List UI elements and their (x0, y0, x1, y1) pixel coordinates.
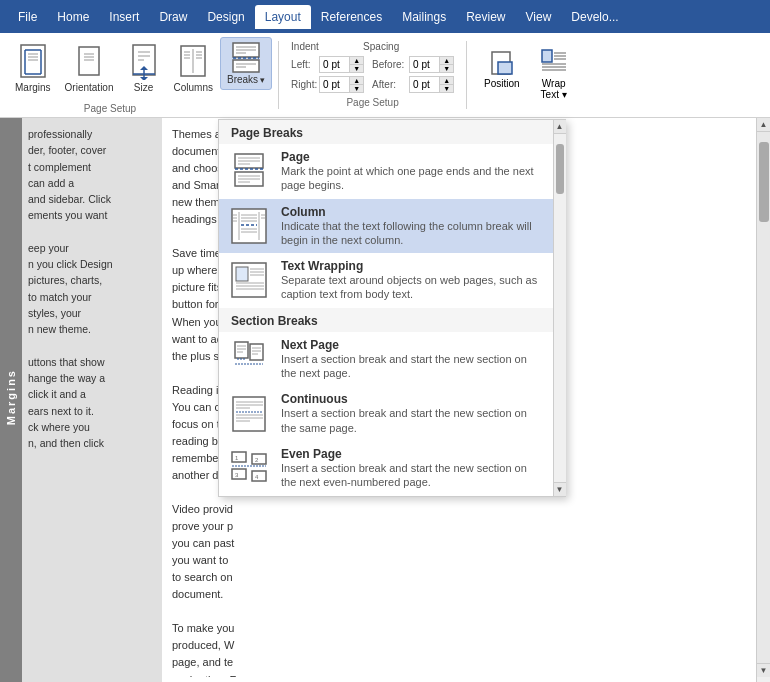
spacing-after-down[interactable]: ▼ (439, 85, 453, 92)
position-icon (486, 46, 518, 78)
menu-design[interactable]: Design (197, 5, 254, 29)
orientation-label: Orientation (65, 82, 114, 93)
break-evenpage-desc: Insert a section break and start the new… (281, 461, 541, 490)
break-nextpage-name: Next Page (281, 338, 541, 352)
break-evenpage-item[interactable]: 1 2 3 4 Even Page Insert a section break… (219, 441, 553, 496)
break-textwrap-icon (227, 260, 271, 300)
breaks-icon (230, 42, 262, 74)
spacing-after-up[interactable]: ▲ (439, 77, 453, 85)
break-nextpage-item[interactable]: Next Page Insert a section break and sta… (219, 332, 553, 387)
menu-view[interactable]: View (516, 5, 562, 29)
wrap-text-button[interactable]: Wrap Text ▾ (531, 41, 577, 105)
indent-right-input[interactable]: 0 pt ▲ ▼ (319, 76, 364, 93)
svg-rect-76 (235, 342, 248, 358)
size-icon (128, 42, 160, 82)
menu-develop[interactable]: Develo... (561, 5, 628, 29)
spacing-before-up[interactable]: ▲ (439, 57, 453, 65)
break-page-item[interactable]: Page Mark the point at which one page en… (219, 144, 553, 199)
orientation-icon (73, 42, 105, 82)
doc-scroll-track (757, 132, 771, 663)
indent-right-down[interactable]: ▼ (349, 85, 363, 92)
menu-insert[interactable]: Insert (99, 5, 149, 29)
break-textwrap-text: Text Wrapping Separate text around objec… (281, 259, 541, 302)
break-continuous-name: Continuous (281, 392, 541, 406)
ribbon: Margins Orientation (0, 33, 770, 118)
menu-layout[interactable]: Layout (255, 5, 311, 29)
columns-button[interactable]: Columns (167, 37, 220, 98)
bottom-doc-text[interactable]: reading before you reach the end, Wordre… (162, 677, 756, 682)
size-button[interactable]: Size (121, 37, 167, 98)
position-button[interactable]: Position (477, 41, 527, 105)
break-column-item[interactable]: Column Indicate that the text following … (219, 199, 553, 254)
scroll-down-arrow[interactable]: ▼ (554, 482, 566, 496)
bottom-text-area: reading before you reach the end, Wordre… (0, 677, 770, 682)
svg-marker-19 (140, 77, 148, 80)
menu-references[interactable]: References (311, 5, 392, 29)
indent-left-input[interactable]: 0 pt ▲ ▼ (319, 56, 364, 73)
break-continuous-icon (227, 394, 271, 434)
orientation-button[interactable]: Orientation (58, 37, 121, 98)
break-evenpage-icon: 1 2 3 4 (227, 448, 271, 488)
margins-button[interactable]: Margins (8, 37, 58, 98)
dropdown-scrollbar[interactable]: ▲ ▼ (553, 120, 565, 496)
doc-scrollbar[interactable]: ▲ ▼ (756, 118, 770, 677)
spacing-after-input[interactable]: 0 pt ▲ ▼ (409, 76, 454, 93)
menu-mailings[interactable]: Mailings (392, 5, 456, 29)
left-text-panel: professionallyder, footer, covert comple… (22, 118, 162, 677)
page-breaks-section: Page Breaks (219, 120, 565, 144)
svg-rect-33 (233, 60, 259, 72)
break-column-text: Column Indicate that the text following … (281, 205, 541, 248)
svg-rect-8 (79, 47, 99, 75)
indent-spacing-group: Indent Spacing Left: 0 pt ▲ ▼ (285, 37, 460, 112)
break-page-desc: Mark the point at which one page ends an… (281, 164, 541, 193)
menu-home[interactable]: Home (47, 5, 99, 29)
left-text-content: professionallyder, footer, covert comple… (28, 126, 156, 451)
break-textwrap-item[interactable]: Text Wrapping Separate text around objec… (219, 253, 553, 308)
margins-label: Margins (15, 82, 51, 93)
position-label: Position (484, 78, 520, 89)
break-nextpage-text: Next Page Insert a section break and sta… (281, 338, 541, 381)
menu-draw[interactable]: Draw (149, 5, 197, 29)
break-nextpage-icon (227, 339, 271, 379)
page-breaks-title: Page Breaks (231, 126, 303, 140)
wrap-text-icon (538, 46, 570, 78)
columns-label: Columns (174, 82, 213, 93)
wrap-text-label2: Text ▾ (541, 89, 567, 100)
size-label: Size (134, 82, 153, 93)
breaks-label: Breaks (227, 74, 258, 85)
break-continuous-desc: Insert a section break and start the new… (281, 406, 541, 435)
spacing-before-label: Before: (372, 59, 406, 70)
doc-scroll-up[interactable]: ▲ (757, 118, 771, 132)
page-setup-group-label: Page Setup (84, 103, 136, 114)
break-page-icon (227, 151, 271, 191)
menu-file[interactable]: File (8, 5, 47, 29)
indent-left-up[interactable]: ▲ (349, 57, 363, 65)
break-continuous-item[interactable]: Continuous Insert a section break and st… (219, 386, 553, 441)
break-column-icon (227, 206, 271, 246)
page-setup-label: Page Setup (291, 97, 454, 108)
breaks-button[interactable]: Breaks ▾ (220, 37, 272, 90)
left-margin-bar: Margins (0, 118, 22, 677)
break-column-name: Column (281, 205, 541, 219)
spacing-before-input[interactable]: 0 pt ▲ ▼ (409, 56, 454, 73)
break-evenpage-text: Even Page Insert a section break and sta… (281, 447, 541, 490)
scroll-thumb[interactable] (556, 144, 564, 194)
section-breaks-title: Section Breaks (231, 314, 318, 328)
svg-rect-81 (250, 344, 263, 360)
menubar: File Home Insert Draw Design Layout Refe… (0, 0, 770, 33)
menu-review[interactable]: Review (456, 5, 515, 29)
break-page-name: Page (281, 150, 541, 164)
section-breaks-section: Section Breaks (219, 308, 565, 332)
indent-left-down[interactable]: ▼ (349, 65, 363, 72)
wrap-text-label: Wrap (542, 78, 566, 89)
doc-scroll-down[interactable]: ▼ (757, 663, 771, 677)
svg-rect-38 (542, 50, 552, 62)
svg-rect-37 (498, 62, 512, 74)
doc-scroll-thumb[interactable] (759, 142, 769, 222)
indent-right-up[interactable]: ▲ (349, 77, 363, 85)
scroll-up-arrow[interactable]: ▲ (554, 120, 566, 134)
indent-right-label: Right: (291, 79, 316, 90)
break-continuous-text: Continuous Insert a section break and st… (281, 392, 541, 435)
spacing-before-down[interactable]: ▼ (439, 65, 453, 72)
break-evenpage-name: Even Page (281, 447, 541, 461)
